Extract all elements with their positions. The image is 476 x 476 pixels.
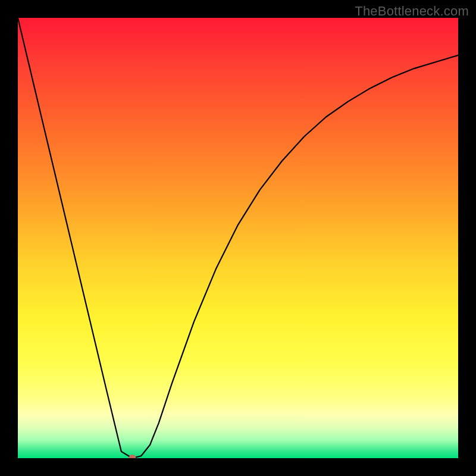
bottleneck-curve <box>18 18 458 458</box>
watermark-text: TheBottleneck.com <box>355 4 469 19</box>
plot-area <box>18 18 458 458</box>
curve-layer <box>18 18 458 458</box>
minimum-marker <box>129 455 136 458</box>
chart-frame: TheBottleneck.com <box>0 0 476 476</box>
